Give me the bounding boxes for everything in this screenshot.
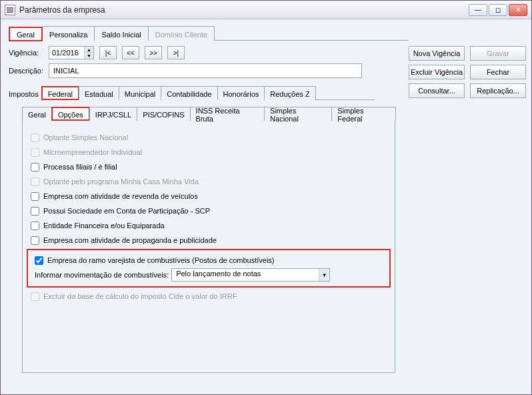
subtab-reducoesz[interactable]: Reduções Z xyxy=(264,86,315,100)
gravar-button[interactable]: Gravar xyxy=(470,46,526,61)
subtab-federal[interactable]: Federal xyxy=(41,86,79,100)
subtab-honorarios[interactable]: Honorários xyxy=(217,86,265,100)
inner-tab-geral[interactable]: Geral xyxy=(22,107,52,121)
tab-saldo-inicial[interactable]: Saldo Inicial xyxy=(94,26,148,41)
check-revenda-veiculos[interactable]: Empresa com atividade de revenda de veíc… xyxy=(27,189,391,204)
maximize-button[interactable]: ◻ xyxy=(489,4,507,16)
minimize-button[interactable]: — xyxy=(469,4,487,16)
vigencia-last-button[interactable]: >| xyxy=(167,46,185,59)
informar-mov-select[interactable]: Pelo lançamento de notas ▼ xyxy=(171,268,330,282)
check-processa-filiais[interactable]: Processa filiais / é filial xyxy=(27,159,391,174)
informar-mov-label: Informar movimentação de combustíveis: xyxy=(35,271,169,279)
descricao-input[interactable] xyxy=(49,63,362,78)
tab-personaliza[interactable]: Personaliza xyxy=(42,26,95,41)
check-mei: Microempreendedor Individual xyxy=(27,145,391,159)
inner-tab-piscofins[interactable]: PIS/COFINS xyxy=(137,107,190,121)
descricao-label: Descrição: xyxy=(9,67,43,75)
check-combustiveis[interactable]: Empresa do ramo varejista de combustívei… xyxy=(31,253,387,268)
check-entidade-fin[interactable]: Entidade Financeira e/ou Equiparada xyxy=(27,218,391,233)
fechar-button[interactable]: Fechar xyxy=(470,65,526,79)
window-title: Parâmetros da empresa xyxy=(19,5,105,15)
app-icon xyxy=(5,5,15,15)
check-minha-casa: Optante pelo programa Minha Casa Minha V… xyxy=(27,174,391,189)
impostos-label: Impostos xyxy=(9,90,39,100)
subtab-estadual[interactable]: Estadual xyxy=(79,86,119,100)
vigencia-next-button[interactable]: >> xyxy=(145,46,162,59)
vigencia-first-button[interactable]: |< xyxy=(99,46,117,59)
chevron-down-icon[interactable]: ▼ xyxy=(319,269,329,281)
check-excluir-cide: Excluir da base de cálculo do imposto Ci… xyxy=(27,289,391,304)
replicacao-button[interactable]: Replicação... xyxy=(470,83,526,98)
tab-geral[interactable]: Geral xyxy=(9,27,43,41)
vigencia-prev-button[interactable]: << xyxy=(122,46,139,59)
check-scp[interactable]: Possui Sociedade em Conta de Participaçã… xyxy=(27,204,391,218)
close-button[interactable]: ✕ xyxy=(509,4,527,16)
subtab-contabilidade[interactable]: Contabilidade xyxy=(161,86,217,100)
consultar-button[interactable]: Consultar... xyxy=(409,83,465,98)
vigencia-spinner[interactable]: ▲ ▼ xyxy=(49,46,94,59)
check-propaganda[interactable]: Empresa com atividade de propaganda e pu… xyxy=(27,233,391,248)
subtab-municipal[interactable]: Municipal xyxy=(119,86,161,100)
vigencia-input[interactable] xyxy=(49,47,84,59)
inner-tab-inss: INSS Receita Bruta xyxy=(190,107,265,121)
vigencia-up[interactable]: ▲ xyxy=(84,47,93,53)
inner-tab-simples-nacional: Simples Nacional xyxy=(264,107,332,121)
check-optante-simples: Optante Simples Nacional xyxy=(27,130,391,145)
nova-vigencia-button[interactable]: Nova Vigência xyxy=(409,46,465,61)
vigencia-down[interactable]: ▼ xyxy=(84,53,93,59)
vigencia-label: Vigência: xyxy=(9,49,43,57)
inner-tab-simples-federal: Simples Federal xyxy=(331,107,396,121)
inner-tab-opcoes[interactable]: Opções xyxy=(51,107,90,121)
highlight-combustiveis-box: Empresa do ramo varejista de combustívei… xyxy=(27,249,391,288)
excluir-vigencia-button[interactable]: Excluir Vigência xyxy=(409,65,465,79)
tab-dominio-cliente: Domínio Cliente xyxy=(148,26,215,41)
inner-tab-irpj[interactable]: IRPJ/CSLL xyxy=(89,107,137,121)
